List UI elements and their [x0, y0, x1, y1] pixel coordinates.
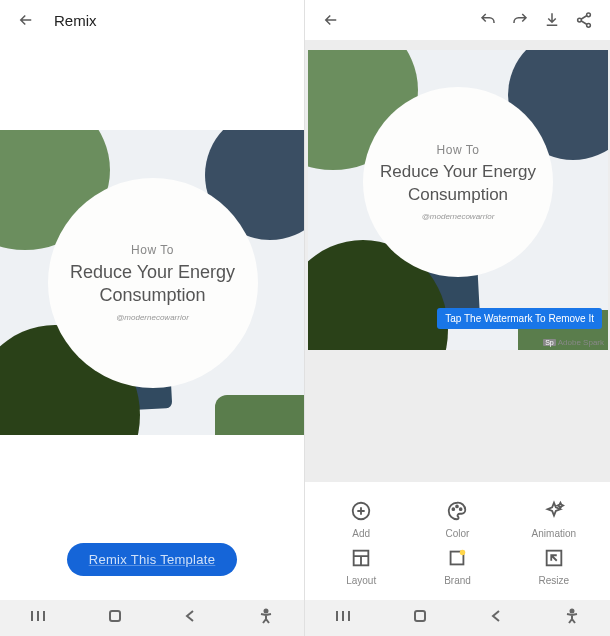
- layout-icon: [350, 547, 372, 569]
- back-nav-button[interactable]: [489, 609, 503, 627]
- svg-rect-13: [415, 611, 425, 621]
- accessibility-button[interactable]: [564, 608, 580, 628]
- eyebrow-text: How To: [131, 243, 174, 257]
- download-button[interactable]: [538, 6, 566, 34]
- system-nav-bar: [0, 600, 304, 636]
- recent-apps-button[interactable]: [335, 609, 351, 627]
- tool-label: Add: [352, 528, 370, 539]
- headline-text: Reduce Your Energy Consumption: [48, 261, 258, 308]
- home-button[interactable]: [412, 608, 428, 628]
- sp-badge: Sp: [543, 339, 556, 346]
- handle-text: @modernecowarrior: [422, 212, 495, 221]
- add-tool[interactable]: Add: [313, 500, 409, 539]
- accessibility-button[interactable]: [258, 608, 274, 628]
- svg-rect-0: [110, 611, 120, 621]
- sparkle-icon: [543, 500, 565, 522]
- brand-icon: [446, 547, 468, 569]
- svg-point-6: [453, 508, 455, 510]
- decorative-blob: [215, 395, 304, 435]
- share-button[interactable]: [570, 6, 598, 34]
- redo-button[interactable]: [506, 6, 534, 34]
- undo-button[interactable]: [474, 6, 502, 34]
- page-title: Remix: [54, 12, 97, 29]
- animation-tool[interactable]: Animation: [506, 500, 602, 539]
- content-circle: How To Reduce Your Energy Consumption @m…: [48, 178, 258, 388]
- template-preview: How To Reduce Your Energy Consumption @m…: [0, 130, 304, 435]
- tool-label: Animation: [532, 528, 576, 539]
- svg-point-7: [457, 506, 459, 508]
- brand-tool[interactable]: Brand: [409, 547, 505, 586]
- remix-template-button[interactable]: Remix This Template: [67, 543, 238, 576]
- watermark-tooltip[interactable]: Tap The Watermark To Remove It: [437, 308, 602, 329]
- home-button[interactable]: [107, 608, 123, 628]
- template-canvas[interactable]: How To Reduce Your Energy Consumption @m…: [308, 50, 608, 350]
- svg-point-14: [570, 610, 573, 613]
- tool-label: Brand: [444, 575, 471, 586]
- resize-icon: [543, 547, 565, 569]
- svg-point-8: [460, 508, 462, 510]
- back-button[interactable]: [317, 6, 345, 34]
- resize-tool[interactable]: Resize: [506, 547, 602, 586]
- layout-tool[interactable]: Layout: [313, 547, 409, 586]
- tool-label: Color: [446, 528, 470, 539]
- svg-point-11: [460, 550, 466, 556]
- content-circle[interactable]: How To Reduce Your Energy Consumption @m…: [363, 87, 553, 277]
- svg-point-1: [264, 610, 267, 613]
- tool-label: Layout: [346, 575, 376, 586]
- handle-text: @modernecowarrior: [116, 313, 189, 322]
- eyebrow-text: How To: [437, 143, 480, 157]
- system-nav-bar: [305, 600, 610, 636]
- back-nav-button[interactable]: [183, 609, 197, 627]
- plus-circle-icon: [350, 500, 372, 522]
- watermark-label[interactable]: SpAdobe Spark: [543, 338, 604, 347]
- recent-apps-button[interactable]: [30, 609, 46, 627]
- palette-icon: [446, 500, 468, 522]
- back-button[interactable]: [12, 6, 40, 34]
- color-tool[interactable]: Color: [409, 500, 505, 539]
- headline-text: Reduce Your Energy Consumption: [363, 161, 553, 205]
- tool-label: Resize: [539, 575, 570, 586]
